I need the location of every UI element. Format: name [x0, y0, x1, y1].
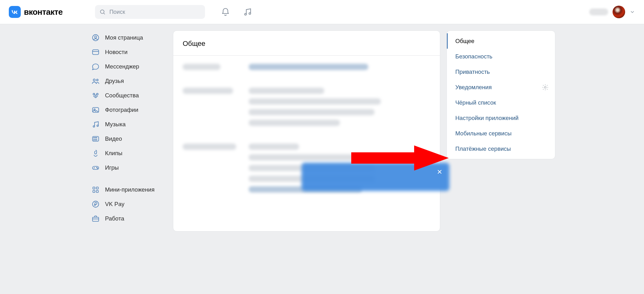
- svg-rect-31: [93, 190, 95, 193]
- account-name-blurred: [589, 8, 608, 15]
- nav-item-miniapps[interactable]: Мини-приложения: [89, 182, 167, 197]
- svg-rect-6: [92, 50, 99, 54]
- nav-item-video[interactable]: Видео: [89, 132, 167, 146]
- svg-point-0: [100, 10, 104, 14]
- nav-label: Работа: [105, 215, 124, 222]
- nav-item-work[interactable]: Работа: [89, 211, 167, 226]
- svg-rect-34: [92, 217, 99, 221]
- settings-nav-label: Общее: [455, 38, 475, 45]
- svg-point-27: [97, 167, 97, 168]
- settings-panel: Общее: [173, 30, 440, 231]
- svg-point-11: [97, 93, 98, 95]
- avatar: [613, 6, 625, 18]
- account-menu[interactable]: [589, 6, 635, 18]
- app-header: вконтакте: [0, 0, 644, 24]
- search-box[interactable]: [95, 5, 205, 19]
- svg-rect-30: [96, 187, 98, 189]
- settings-nav-blacklist[interactable]: Чёрный список: [447, 95, 555, 110]
- nav-item-clips[interactable]: Клипы: [89, 146, 167, 161]
- svg-point-16: [97, 125, 98, 127]
- svg-point-33: [92, 201, 99, 207]
- svg-rect-17: [92, 136, 99, 141]
- nav-item-games[interactable]: Игры: [89, 161, 167, 175]
- svg-point-2: [245, 14, 247, 15]
- page-layout: Моя страница Новости Мессенджер Друзья С…: [80, 24, 564, 231]
- panel-title: Общее: [173, 31, 440, 55]
- svg-rect-32: [96, 190, 98, 193]
- vk-logo-icon: [9, 6, 21, 18]
- nav-label: Мини-приложения: [105, 186, 154, 193]
- nav-label: Моя страница: [105, 34, 143, 41]
- chevron-down-icon: [630, 9, 635, 15]
- nav-label: Друзья: [105, 78, 124, 84]
- settings-nav-app-settings[interactable]: Настройки приложений: [447, 110, 555, 126]
- settings-sidebar: Общее Безопасность Приватность Уведомлен…: [447, 30, 555, 159]
- music-icon[interactable]: [243, 7, 252, 17]
- settings-nav-notifications[interactable]: Уведомления: [447, 79, 555, 95]
- newspaper-icon: [91, 48, 100, 57]
- brand-logo[interactable]: вконтакте: [9, 6, 87, 18]
- nav-label: Видео: [105, 135, 122, 142]
- svg-point-12: [95, 96, 96, 98]
- settings-row: [183, 64, 430, 70]
- svg-point-19: [95, 138, 96, 138]
- svg-point-22: [96, 138, 97, 138]
- nav-item-music[interactable]: Музыка: [89, 117, 167, 132]
- nav-item-news[interactable]: Новости: [89, 45, 167, 59]
- search-icon: [99, 8, 106, 15]
- settings-nav-privacy[interactable]: Приватность: [447, 64, 555, 79]
- svg-point-40: [544, 86, 546, 88]
- clip-icon: [91, 149, 100, 158]
- notification-close-button[interactable]: [434, 166, 445, 177]
- nav-label: Фотографии: [105, 106, 138, 113]
- svg-point-10: [93, 93, 95, 95]
- nav-label: Музыка: [105, 121, 125, 128]
- video-icon: [91, 134, 100, 143]
- svg-point-21: [95, 139, 96, 140]
- gear-icon[interactable]: [542, 84, 549, 91]
- svg-point-15: [93, 126, 95, 127]
- nav-item-messenger[interactable]: Мессенджер: [89, 59, 167, 74]
- nav-label: Игры: [105, 164, 119, 171]
- close-icon: [436, 168, 443, 175]
- settings-nav-label: Настройки приложений: [455, 115, 519, 122]
- briefcase-icon: [91, 214, 100, 223]
- nav-item-communities[interactable]: Сообщества: [89, 88, 167, 103]
- nav-label: Новости: [105, 49, 128, 56]
- svg-point-20: [94, 139, 94, 140]
- svg-point-5: [95, 36, 97, 38]
- brand-name: вконтакте: [24, 7, 63, 17]
- nav-separator: [89, 175, 167, 182]
- svg-point-23: [96, 139, 97, 140]
- settings-nav-security[interactable]: Безопасность: [447, 49, 555, 64]
- nav-item-vkpay[interactable]: VK Pay: [89, 197, 167, 211]
- settings-nav-label: Приватность: [455, 68, 490, 75]
- nav-label: Клипы: [105, 150, 122, 157]
- svg-point-3: [249, 13, 251, 14]
- user-circle-icon: [91, 33, 100, 42]
- notifications-icon[interactable]: [221, 7, 230, 17]
- nav-item-friends[interactable]: Друзья: [89, 74, 167, 88]
- settings-nav-general[interactable]: Общее: [447, 33, 555, 49]
- friends-icon: [91, 77, 100, 85]
- nav-label: VK Pay: [105, 201, 125, 208]
- search-input[interactable]: [109, 8, 201, 16]
- nav-item-my-page[interactable]: Моя страница: [89, 30, 167, 45]
- settings-nav-payment[interactable]: Платёжные сервисы: [447, 141, 555, 156]
- nav-item-photos[interactable]: Фотографии: [89, 103, 167, 117]
- grid-icon: [91, 185, 100, 194]
- ruble-icon: [91, 200, 100, 209]
- settings-nav-label: Чёрный список: [455, 99, 496, 106]
- svg-point-18: [94, 138, 94, 138]
- header-quick-icons: [221, 7, 252, 17]
- svg-point-28: [97, 168, 98, 169]
- svg-rect-29: [93, 187, 95, 189]
- chat-icon: [91, 62, 100, 71]
- settings-nav-label: Безопасность: [455, 53, 492, 60]
- nav-label: Мессенджер: [105, 63, 139, 70]
- music-note-icon: [91, 120, 100, 129]
- nav-label: Сообщества: [105, 92, 139, 99]
- settings-nav-mobile[interactable]: Мобильные сервисы: [447, 126, 555, 141]
- settings-nav-label: Мобильные сервисы: [455, 130, 512, 137]
- communities-icon: [91, 91, 100, 100]
